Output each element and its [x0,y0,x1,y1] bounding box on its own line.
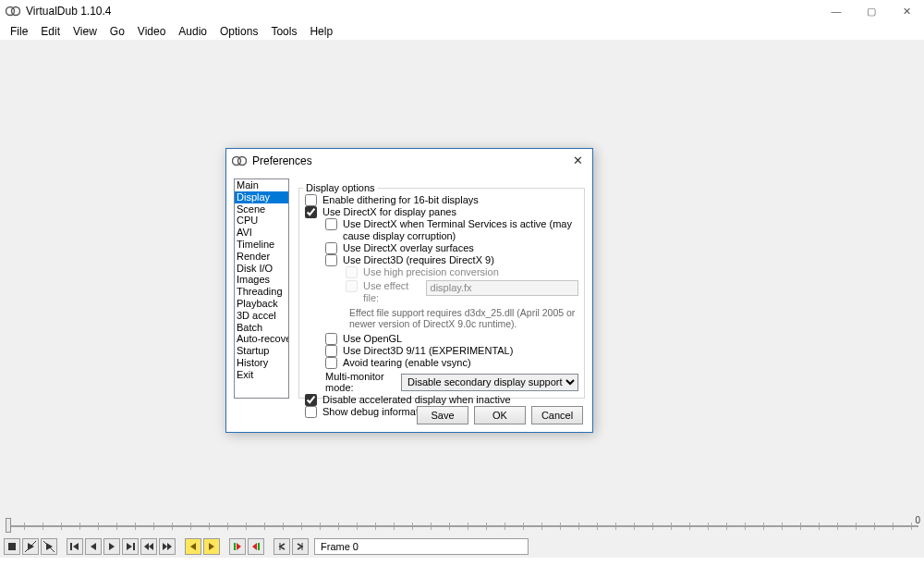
opt-effectfile: Use effect file: display.fx [346,280,578,304]
step-back-button[interactable] [85,538,102,555]
menu-options[interactable]: Options [213,23,264,40]
play-output-button[interactable] [41,538,57,555]
label-dx-overlay: Use DirectX overlay surfaces [343,242,474,254]
mark-in-button[interactable] [229,538,246,555]
category-scene[interactable]: Scene [235,203,288,215]
category-cpu[interactable]: CPU [235,215,288,227]
opt-d3d[interactable]: Use Direct3D (requires DirectX 9) [325,254,578,266]
opt-vsync[interactable]: Avoid tearing (enable vsync) [325,357,578,369]
multimonitor-dropdown[interactable]: Disable secondary display support [401,374,578,391]
category-playback[interactable]: Playback [235,298,288,310]
svg-marker-18 [167,543,172,550]
menu-tools[interactable]: Tools [264,23,303,40]
category-images[interactable]: Images [235,274,288,286]
menu-video[interactable]: Video [131,23,172,40]
preferences-icon [232,154,247,168]
label-dx-panes: Use DirectX for display panes [322,206,456,218]
category-diskio[interactable]: Disk I/O [235,263,288,275]
checkbox-dx-panes[interactable] [305,206,317,218]
category-startup[interactable]: Startup [235,345,288,357]
category-render[interactable]: Render [235,251,288,263]
window-title: VirtualDub 1.10.4 [26,5,112,18]
svg-point-3 [238,156,247,165]
category-batch[interactable]: Batch [235,322,288,334]
category-history[interactable]: History [235,357,288,369]
window-close-button[interactable]: ✕ [889,1,924,21]
display-options-pane: Display options Enable dithering for 16-… [298,178,585,399]
checkbox-d3d911[interactable] [325,345,337,357]
goto-end-button[interactable] [122,538,139,555]
step-fwd-button[interactable] [103,538,120,555]
checkbox-vsync[interactable] [325,357,337,369]
checkbox-accel-inactive[interactable] [305,394,317,406]
menu-view[interactable]: View [67,23,103,40]
label-vsync: Avoid tearing (enable vsync) [343,357,471,369]
category-autorecover[interactable]: Auto-recover [235,333,288,345]
opt-multimonitor: Multi-monitor mode: Disable secondary di… [325,371,578,393]
svg-marker-23 [252,543,257,550]
play-input-button[interactable] [22,538,39,555]
next-drop-button[interactable] [203,538,220,555]
opt-dx-overlay[interactable]: Use DirectX overlay surfaces [325,242,578,254]
status-frame-text: Frame 0 [321,541,359,552]
effectfile-note: Effect file support requires d3dx_25.dll… [349,307,578,329]
checkbox-d3d[interactable] [325,254,337,266]
opt-d3d911[interactable]: Use Direct3D 9/11 (EXPERIMENTAL) [325,345,578,357]
menubar: File Edit View Go Video Audio Options To… [0,22,924,40]
svg-rect-14 [133,543,135,550]
category-main[interactable]: Main [235,179,288,191]
category-3daccel[interactable]: 3D accel [235,310,288,322]
category-timeline[interactable]: Timeline [235,239,288,251]
goto-start-button[interactable] [67,538,83,555]
opt-dx-ts[interactable]: Use DirectX when Terminal Services is ac… [325,218,578,242]
shuttle-back-button[interactable] [274,538,290,555]
menu-file[interactable]: File [4,23,34,40]
next-keyframe-button[interactable] [159,538,176,555]
stop-button[interactable] [4,538,20,555]
save-button[interactable]: Save [417,406,468,424]
category-avi[interactable]: AVI [235,227,288,239]
opt-dx-panes[interactable]: Use DirectX for display panes [305,206,578,218]
svg-marker-11 [91,543,96,550]
checkbox-opengl[interactable] [325,333,337,345]
svg-marker-15 [144,543,149,550]
menu-go[interactable]: Go [103,23,131,40]
category-display[interactable]: Display [235,191,288,203]
group-title: Display options [303,182,378,193]
category-exit[interactable]: Exit [235,369,288,381]
dialog-close-button[interactable]: ✕ [568,152,587,170]
checkbox-dx-overlay[interactable] [325,242,337,254]
category-listbox[interactable]: Main Display Scene CPU AVI Timeline Rend… [234,178,289,399]
svg-marker-12 [109,543,115,550]
prev-drop-button[interactable] [185,538,201,555]
opt-accel-inactive[interactable]: Disable accelerated display when inactiv… [305,394,578,406]
mark-out-button[interactable] [248,538,264,555]
timeline-thumb[interactable] [6,518,11,533]
category-threading[interactable]: Threading [235,286,288,298]
video-canvas: Preferences ✕ Main Display Scene CPU AVI… [0,40,924,514]
svg-marker-16 [149,543,153,550]
checkbox-dither[interactable] [305,194,317,206]
dialog-titlebar[interactable]: Preferences ✕ [226,149,592,172]
menu-help[interactable]: Help [303,23,339,40]
window-minimize-button[interactable]: — [819,1,854,21]
checkbox-highprec [346,266,358,278]
checkbox-dx-ts[interactable] [325,218,337,230]
effectfile-textbox: display.fx [426,280,578,296]
opt-highprec: Use high precision conversion [346,266,578,278]
cancel-button[interactable]: Cancel [531,406,583,424]
opt-dither[interactable]: Enable dithering for 16-bit displays [305,194,578,206]
ok-button[interactable]: OK [474,406,526,424]
titlebar: VirtualDub 1.10.4 — ▢ ✕ [0,0,924,22]
status-frame-box: Frame 0 [314,538,529,555]
shuttle-fwd-button[interactable] [292,538,309,555]
window-maximize-button[interactable]: ▢ [854,1,889,21]
checkbox-debug[interactable] [305,406,317,418]
label-debug: Show debug information [322,406,432,418]
opt-opengl[interactable]: Use OpenGL [325,333,578,345]
menu-audio[interactable]: Audio [172,23,213,40]
prev-keyframe-button[interactable] [140,538,157,555]
menu-edit[interactable]: Edit [34,23,67,40]
timeline-slider[interactable]: 0 [0,514,924,535]
svg-rect-24 [258,543,260,550]
